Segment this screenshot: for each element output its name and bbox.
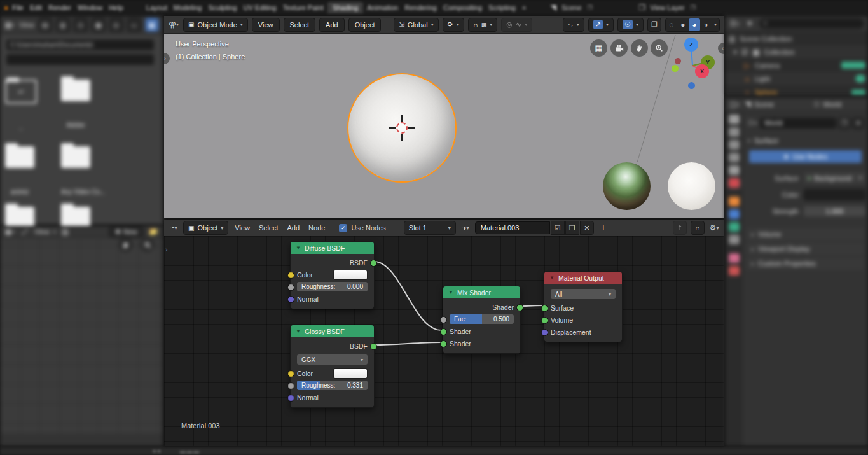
pin-icon[interactable]: ⟂ [598,221,609,234]
menu-help[interactable]: Help [106,4,126,11]
collapse-triangle-icon[interactable]: ▼ [549,275,555,281]
shader-type-dropdown[interactable]: ▣ Object▾ [183,221,228,235]
new-world-icon[interactable]: ❐ [838,117,850,129]
sidebar-expand-arrow[interactable]: ‹ [718,43,724,54]
axis-z-ball[interactable]: Z [684,38,698,52]
shading-solid-icon[interactable]: ● [677,18,689,31]
pan-gizmo-icon[interactable] [118,237,133,252]
filter-funnel-icon[interactable]: ▼ [744,17,755,30]
view-layer-selector[interactable]: ❐ View Layer ❐ [637,1,699,14]
tab-data-icon[interactable] [729,253,740,263]
workspace-tab-texture-paint[interactable]: Texture Paint [280,4,326,11]
editor-type-icon[interactable]: ◔▾ [168,221,179,234]
sort-alpha-icon[interactable]: ▤ [38,18,52,32]
add-menu[interactable]: Add [285,224,303,232]
roughness-slider[interactable]: Roughness: 0.000 [297,282,368,291]
node-snap-icon[interactable]: ∩ [691,221,705,235]
material-icon[interactable]: ◑▾ [460,221,471,234]
node-diffuse-bsdf[interactable]: ▼ Diffuse BSDF BSDF Color [290,241,375,309]
new-view-layer-icon[interactable]: ❐ [687,1,699,14]
distribution-dropdown[interactable]: GGX ▾ [297,354,368,365]
collapse-triangle-icon[interactable]: ▼ [448,290,453,295]
tweak-tool-dropdown[interactable]: ⥊▾ [563,18,584,32]
viewport-3d[interactable]: ⚢▾ ▣ Object Mode▾ View Select Add Object… [164,16,724,218]
sort-ext-icon[interactable]: ▥ [56,18,70,32]
tab-scene-icon[interactable] [729,165,740,175]
workspace-tab-modeling[interactable]: Modeling [171,4,205,11]
tab-physics-icon[interactable] [729,235,740,244]
color-input-socket[interactable] [287,272,294,279]
shading-material-icon[interactable]: ◕ [689,18,700,31]
menu-file[interactable]: File [10,4,26,11]
tab-output-icon[interactable] [729,140,740,150]
breadcrumb-world[interactable]: ☉ World [813,98,841,111]
color-input-socket[interactable] [287,370,294,377]
strength-slider[interactable]: 1.000 [804,206,865,216]
object-menu[interactable]: Object [348,18,382,32]
node-header[interactable]: ▼ Glossy BSDF [291,325,374,337]
fac-input-socket[interactable] [440,316,447,323]
visibility-badge[interactable] [841,62,865,69]
toolbar-expand-arrow[interactable]: › [164,53,170,64]
node-header[interactable]: ▼ Diffuse BSDF [291,242,374,254]
collapse-triangle-icon[interactable]: ▼ [296,328,301,334]
transform-pivot-dropdown[interactable]: ⟳▾ [443,18,464,32]
material-name-field[interactable]: Material.003 [475,221,550,234]
node-menu[interactable]: Node [306,224,327,232]
world-name-field[interactable]: World [760,118,836,129]
camera-view-icon[interactable] [610,39,628,57]
go-parent-node-icon[interactable]: ↥ [673,221,687,235]
normal-input-socket[interactable] [287,296,294,303]
select-menu[interactable]: Select [256,224,281,232]
tab-view-layer-icon[interactable] [729,153,740,162]
shading-rendered-icon[interactable]: ◑ [700,18,712,31]
shader-output-socket[interactable] [516,304,523,311]
gizmos-dropdown[interactable]: ↗ ▾ [588,18,614,32]
bsdf-output-socket[interactable] [370,260,377,267]
outliner-row-sphere[interactable]: ○ Sphere [725,85,868,99]
volume-input-socket[interactable] [541,317,548,324]
sort-size-icon[interactable]: ▩ [92,18,106,32]
editor-type-icon[interactable]: ▣▾ [4,225,15,238]
view-menu[interactable]: View [232,224,252,232]
tab-render-icon[interactable] [729,127,740,137]
editor-type-icon[interactable]: ◫▾ [729,98,740,111]
editor-type-icon[interactable]: ▦▾ [4,18,15,31]
gizmo-icon[interactable]: ↗ [593,20,603,29]
tab-material-icon[interactable] [729,266,740,276]
workspace-tab-sculpting[interactable]: Sculpting [205,4,239,11]
tab-tool-icon[interactable] [729,115,740,124]
outliner-row-camera[interactable]: ▷ Camera [725,59,868,72]
node-header[interactable]: ▼ Mix Shader [443,286,520,298]
file-path-field[interactable]: C:\Users\muham\Documents\ [6,39,154,50]
new-scene-icon[interactable]: ❐ [584,1,596,14]
bsdf-output-socket[interactable] [370,343,377,350]
workspace-tab-animation[interactable]: Animation [364,4,401,11]
folder-any-video[interactable]: Any Video Co... [61,146,105,195]
fac-slider[interactable]: Fac: 0.500 [450,314,514,324]
slot-dropdown[interactable]: Slot 1▾ [404,221,456,235]
file-name-field[interactable] [6,54,154,65]
volume-section-header[interactable]: ▸ Volume [747,228,864,241]
roughness-input-socket[interactable] [287,284,294,291]
menu-window[interactable]: Window [75,4,105,11]
shader-editor[interactable]: ◔▾ ▣ Object▾ View Select Add Node ✓ Use … [164,220,724,446]
workspace-tab-compositing[interactable]: Compositing [441,4,485,11]
color-swatch[interactable] [333,368,368,379]
node-glossy-bsdf[interactable]: ▼ Glossy BSDF BSDF GGX ▾ [290,325,375,408]
node-header[interactable]: ▼ Material Output [544,272,622,284]
workspace-tab-shading[interactable]: Shading [327,2,363,13]
node-canvas[interactable]: › ▼ Diffuse BSDF BSDF [164,236,724,446]
mode-dropdown[interactable]: ▣ Object Mode▾ [183,18,248,32]
open-image-icon[interactable]: 📁 [148,225,159,238]
zoom-gizmo-icon[interactable] [140,237,155,252]
tab-modifiers-icon[interactable] [729,209,740,219]
shader1-input-socket[interactable] [440,328,447,335]
folder-parent[interactable]: ↩ .. [5,80,37,131]
world-color-swatch[interactable] [804,189,865,200]
unlink-x-icon[interactable]: ✕ [580,221,594,235]
axis-z-neg-ball[interactable] [688,82,695,89]
select-menu[interactable]: Select [284,18,316,32]
use-nodes-button[interactable]: ❖ Use Nodes [749,150,862,163]
perspective-toggle-icon[interactable]: ▦ [590,39,607,57]
